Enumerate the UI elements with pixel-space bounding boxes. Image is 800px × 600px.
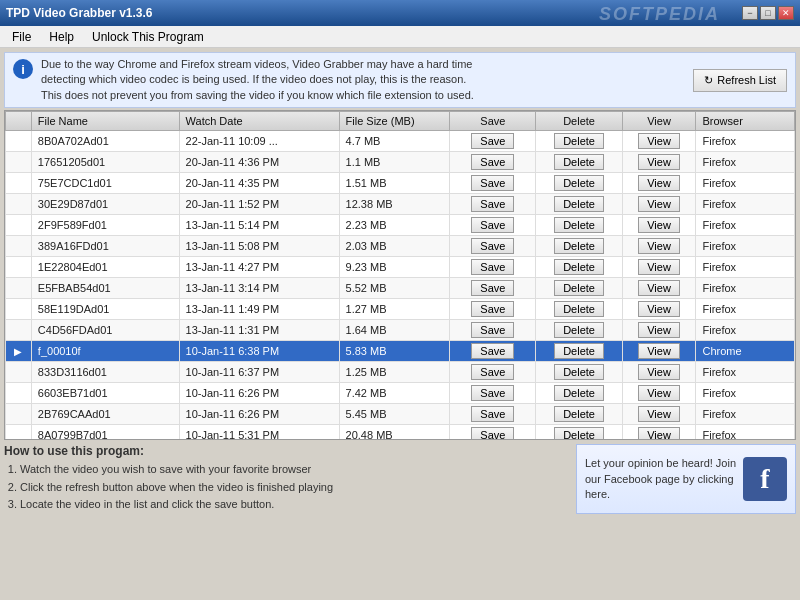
- minimize-button[interactable]: −: [742, 6, 758, 20]
- row-browser: Chrome: [696, 341, 795, 362]
- row-size: 4.7 MB: [339, 131, 450, 152]
- view-button[interactable]: View: [638, 196, 680, 212]
- menu-file[interactable]: File: [4, 28, 39, 46]
- view-button[interactable]: View: [638, 154, 680, 170]
- row-delete-cell: Delete: [536, 236, 622, 257]
- delete-button[interactable]: Delete: [554, 322, 604, 338]
- view-button[interactable]: View: [638, 301, 680, 317]
- save-button[interactable]: Save: [471, 427, 514, 439]
- save-button[interactable]: Save: [471, 133, 514, 149]
- table-row: 8A0799B7d01 10-Jan-11 5:31 PM 20.48 MB S…: [6, 425, 795, 440]
- table-row: 58E119DAd01 13-Jan-11 1:49 PM 1.27 MB Sa…: [6, 299, 795, 320]
- row-view-cell: View: [622, 131, 696, 152]
- table-row: 2F9F589Fd01 13-Jan-11 5:14 PM 2.23 MB Sa…: [6, 215, 795, 236]
- row-arrow: [6, 362, 32, 383]
- facebook-text: Let your opinion be heard! Join our Face…: [585, 456, 737, 502]
- save-button[interactable]: Save: [471, 175, 514, 191]
- delete-button[interactable]: Delete: [554, 133, 604, 149]
- save-button[interactable]: Save: [471, 154, 514, 170]
- view-button[interactable]: View: [638, 343, 680, 359]
- delete-button[interactable]: Delete: [554, 406, 604, 422]
- save-button[interactable]: Save: [471, 217, 514, 233]
- delete-button[interactable]: Delete: [554, 364, 604, 380]
- row-size: 12.38 MB: [339, 194, 450, 215]
- delete-button[interactable]: Delete: [554, 343, 604, 359]
- view-button[interactable]: View: [638, 238, 680, 254]
- row-size: 1.25 MB: [339, 362, 450, 383]
- refresh-button[interactable]: ↻ Refresh List: [693, 69, 787, 92]
- view-button[interactable]: View: [638, 133, 680, 149]
- row-browser: Firefox: [696, 194, 795, 215]
- view-button[interactable]: View: [638, 385, 680, 401]
- view-button[interactable]: View: [638, 427, 680, 439]
- col-filename-header: File Name: [31, 112, 179, 131]
- save-button[interactable]: Save: [471, 259, 514, 275]
- delete-button[interactable]: Delete: [554, 427, 604, 439]
- row-delete-cell: Delete: [536, 173, 622, 194]
- delete-button[interactable]: Delete: [554, 196, 604, 212]
- row-delete-cell: Delete: [536, 425, 622, 440]
- row-size: 1.64 MB: [339, 320, 450, 341]
- facebook-box[interactable]: Let your opinion be heard! Join our Face…: [576, 444, 796, 514]
- row-date: 13-Jan-11 1:49 PM: [179, 299, 339, 320]
- row-delete-cell: Delete: [536, 215, 622, 236]
- view-button[interactable]: View: [638, 406, 680, 422]
- save-button[interactable]: Save: [471, 343, 514, 359]
- save-button[interactable]: Save: [471, 364, 514, 380]
- file-table-scroll[interactable]: File Name Watch Date File Size (MB) Save…: [5, 111, 795, 439]
- row-date: 10-Jan-11 6:38 PM: [179, 341, 339, 362]
- row-date: 13-Jan-11 3:14 PM: [179, 278, 339, 299]
- table-header-row: File Name Watch Date File Size (MB) Save…: [6, 112, 795, 131]
- row-arrow: [6, 278, 32, 299]
- row-browser: Firefox: [696, 215, 795, 236]
- menu-help[interactable]: Help: [41, 28, 82, 46]
- row-size: 7.42 MB: [339, 383, 450, 404]
- table-row: 2B769CAAd01 10-Jan-11 6:26 PM 5.45 MB Sa…: [6, 404, 795, 425]
- save-button[interactable]: Save: [471, 238, 514, 254]
- view-button[interactable]: View: [638, 322, 680, 338]
- view-button[interactable]: View: [638, 280, 680, 296]
- delete-button[interactable]: Delete: [554, 301, 604, 317]
- delete-button[interactable]: Delete: [554, 154, 604, 170]
- close-button[interactable]: ✕: [778, 6, 794, 20]
- delete-button[interactable]: Delete: [554, 217, 604, 233]
- instruction-step: Locate the video in the list and click t…: [20, 497, 568, 512]
- save-button[interactable]: Save: [471, 406, 514, 422]
- delete-button[interactable]: Delete: [554, 259, 604, 275]
- delete-button[interactable]: Delete: [554, 175, 604, 191]
- col-size-header: File Size (MB): [339, 112, 450, 131]
- table-row: 6603EB71d01 10-Jan-11 6:26 PM 7.42 MB Sa…: [6, 383, 795, 404]
- info-message: Due to the way Chrome and Firefox stream…: [41, 57, 685, 103]
- row-view-cell: View: [622, 299, 696, 320]
- delete-button[interactable]: Delete: [554, 280, 604, 296]
- instructions-list: Watch the video you wish to save with yo…: [4, 462, 568, 512]
- row-size: 1.1 MB: [339, 152, 450, 173]
- delete-button[interactable]: Delete: [554, 238, 604, 254]
- file-table: File Name Watch Date File Size (MB) Save…: [5, 111, 795, 439]
- table-row: 1E22804Ed01 13-Jan-11 4:27 PM 9.23 MB Sa…: [6, 257, 795, 278]
- instructions-title: How to use this progam:: [4, 444, 568, 458]
- save-button[interactable]: Save: [471, 301, 514, 317]
- menu-unlock[interactable]: Unlock This Program: [84, 28, 212, 46]
- save-button[interactable]: Save: [471, 322, 514, 338]
- view-button[interactable]: View: [638, 259, 680, 275]
- row-delete-cell: Delete: [536, 362, 622, 383]
- row-size: 1.51 MB: [339, 173, 450, 194]
- view-button[interactable]: View: [638, 217, 680, 233]
- delete-button[interactable]: Delete: [554, 385, 604, 401]
- save-button[interactable]: Save: [471, 196, 514, 212]
- row-arrow: [6, 173, 32, 194]
- row-size: 5.45 MB: [339, 404, 450, 425]
- row-date: 10-Jan-11 5:31 PM: [179, 425, 339, 440]
- view-button[interactable]: View: [638, 175, 680, 191]
- save-button[interactable]: Save: [471, 280, 514, 296]
- row-date: 10-Jan-11 6:37 PM: [179, 362, 339, 383]
- row-save-cell: Save: [450, 194, 536, 215]
- row-arrow: [6, 383, 32, 404]
- save-button[interactable]: Save: [471, 385, 514, 401]
- row-date: 20-Jan-11 4:35 PM: [179, 173, 339, 194]
- table-row: 833D3116d01 10-Jan-11 6:37 PM 1.25 MB Sa…: [6, 362, 795, 383]
- view-button[interactable]: View: [638, 364, 680, 380]
- col-save-header: Save: [450, 112, 536, 131]
- maximize-button[interactable]: □: [760, 6, 776, 20]
